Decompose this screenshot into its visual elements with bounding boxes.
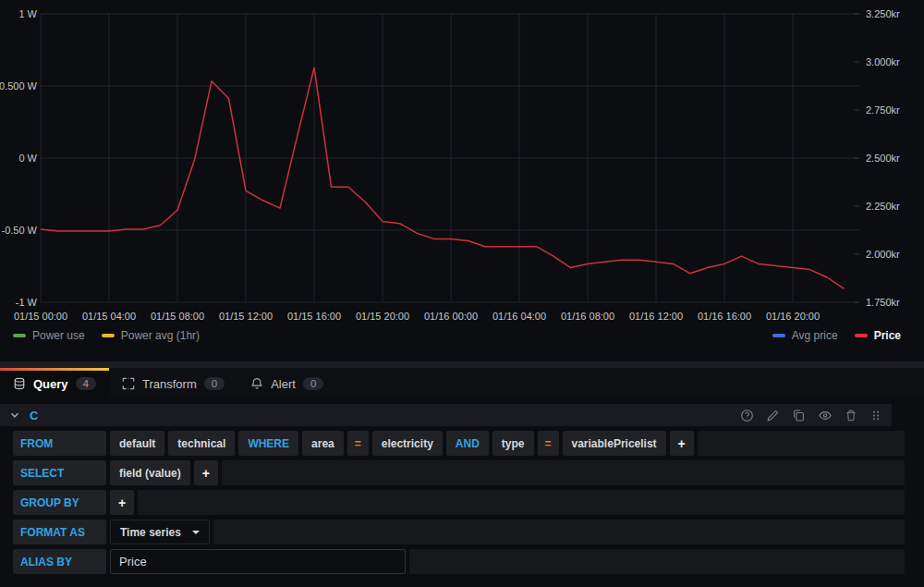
operator-segment[interactable]: =: [538, 431, 559, 456]
legend-item-avg-price[interactable]: Avg price: [772, 329, 838, 342]
x-axis-tick-label: 01/16 12:00: [629, 311, 683, 322]
bell-icon: [250, 377, 263, 390]
chevron-down-icon: [192, 531, 200, 534]
y-axis-right-tick-label: 1.750kr: [866, 297, 900, 308]
operator-segment[interactable]: =: [347, 431, 369, 456]
price-chart[interactable]: [0, 0, 924, 307]
legend-label: Avg price: [792, 329, 838, 342]
row-filler: [213, 520, 905, 544]
x-axis-tick-label: 01/16 00:00: [424, 311, 478, 322]
x-axis-tick-label: 01/15 04:00: [82, 311, 136, 322]
tab-label: Query: [33, 377, 68, 391]
add-part-button[interactable]: +: [194, 460, 218, 485]
query-actions: [740, 409, 882, 422]
add-part-button[interactable]: +: [110, 490, 134, 515]
tab-alert[interactable]: Alert0: [237, 368, 336, 397]
query-keyword[interactable]: WHERE: [238, 431, 298, 456]
format-dropdown-value: Time series: [120, 526, 181, 539]
x-axis-tick-label: 01/16 04:00: [492, 311, 546, 322]
trash-icon[interactable]: [845, 409, 857, 422]
legend-label: Price: [874, 329, 901, 342]
tab-count-badge: 0: [204, 377, 225, 390]
legend-item-power-avg-1hr[interactable]: Power avg (1hr): [102, 329, 200, 342]
legend-swatch: [13, 334, 26, 337]
legend-swatch: [102, 334, 115, 337]
query-row-group-by: GROUP BY+: [13, 490, 905, 515]
row-filler: [222, 460, 905, 485]
query-part[interactable]: electricity: [372, 431, 443, 456]
y-axis-left-tick-label: -0.50 W: [1, 225, 37, 236]
alias-input[interactable]: [110, 549, 406, 574]
y-axis-right-tick-label: 2.500kr: [866, 153, 900, 164]
query-row-label: GROUP BY: [13, 490, 106, 515]
tab-count-badge: 0: [303, 377, 323, 390]
collapse-chevron-down-icon[interactable]: [9, 410, 20, 421]
drag-icon[interactable]: [869, 409, 882, 422]
query-part[interactable]: default: [110, 431, 164, 456]
query-row-label: FROM: [13, 431, 106, 456]
x-axis-tick-label: 01/15 08:00: [151, 311, 204, 322]
edit-icon[interactable]: [766, 409, 780, 422]
query-row-alias-by: ALIAS BY: [13, 549, 905, 574]
x-axis: 01/15 00:0001/15 04:0001/15 08:0001/15 1…: [0, 309, 924, 324]
query-row-label: SELECT: [13, 460, 106, 485]
y-axis-left-tick-label: 0.500 W: [0, 80, 37, 92]
query-part[interactable]: field (value): [110, 460, 190, 485]
series-line-price: [41, 67, 845, 288]
legend-swatch: [855, 334, 868, 337]
tab-transform[interactable]: Transform0: [109, 368, 237, 397]
row-filler: [138, 490, 905, 515]
add-part-button[interactable]: +: [670, 431, 694, 456]
legend-swatch: [772, 334, 785, 337]
x-axis-tick-label: 01/16 16:00: [698, 311, 751, 322]
editor-tab-bar: Query4Transform0Alert0: [0, 368, 924, 397]
query-part[interactable]: variablePricelist: [563, 431, 666, 456]
legend-label: Power avg (1hr): [121, 329, 200, 342]
x-axis-tick-label: 01/15 20:00: [356, 311, 409, 322]
y-axis-right-tick-label: 3.250kr: [866, 8, 900, 19]
query-row-select: SELECTfield (value)+: [13, 460, 905, 485]
database-icon: [13, 377, 26, 390]
legend-left: Power usePower avg (1hr): [13, 329, 200, 342]
eye-icon[interactable]: [818, 409, 833, 422]
y-axis-left: 1 W0.500 W0 W-0.50 W-1 W: [0, 0, 37, 307]
row-filler: [698, 431, 905, 456]
x-axis-tick-label: 01/15 00:00: [14, 311, 67, 322]
y-axis-right-tick-label: 2.250kr: [866, 201, 900, 212]
x-axis-tick-label: 01/15 16:00: [287, 311, 341, 322]
query-header-row: C: [0, 404, 892, 426]
legend-item-price[interactable]: Price: [855, 329, 901, 342]
query-ref-letter[interactable]: C: [30, 409, 38, 422]
copy-icon[interactable]: [792, 409, 806, 422]
y-axis-right-tick-label: 3.000kr: [866, 56, 900, 67]
format-dropdown[interactable]: Time series: [110, 520, 210, 544]
query-rows: FROMdefaulttechnicalWHEREarea=electricit…: [0, 431, 924, 574]
help-icon[interactable]: [740, 409, 754, 422]
query-row-label: ALIAS BY: [13, 549, 106, 574]
query-part[interactable]: type: [492, 431, 534, 456]
graph-panel: 1 W0.500 W0 W-0.50 W-1 W 3.250kr3.000kr2…: [0, 0, 924, 361]
query-editor-panel: C FROMdefaulttechnicalWHEREarea=electric…: [0, 397, 924, 587]
row-filler: [409, 549, 905, 574]
query-part[interactable]: area: [302, 431, 344, 456]
query-row-label: FORMAT AS: [13, 520, 106, 544]
y-axis-right-tick-label: 2.750kr: [866, 104, 900, 116]
tab-count-badge: 4: [76, 377, 96, 390]
y-axis-left-tick-label: 1 W: [18, 8, 37, 19]
query-keyword[interactable]: AND: [446, 431, 489, 456]
tab-label: Transform: [142, 377, 197, 391]
transform-icon: [122, 377, 135, 390]
x-axis-tick-label: 01/16 20:00: [766, 311, 820, 322]
query-row-from: FROMdefaulttechnicalWHEREarea=electricit…: [13, 431, 905, 456]
y-axis-left-tick-label: -1 W: [16, 297, 37, 308]
y-axis-right: 3.250kr3.000kr2.750kr2.500kr2.250kr2.000…: [866, 0, 924, 307]
tab-query[interactable]: Query4: [0, 368, 109, 397]
x-axis-tick-label: 01/15 12:00: [219, 311, 273, 322]
query-row-format-as: FORMAT ASTime series: [13, 520, 905, 544]
y-axis-right-tick-label: 2.000kr: [866, 249, 900, 260]
tab-label: Alert: [271, 377, 296, 391]
legend-item-power-use[interactable]: Power use: [13, 329, 85, 342]
query-part[interactable]: technical: [168, 431, 235, 456]
pane-resize-splitter[interactable]: [0, 361, 924, 368]
x-axis-tick-label: 01/16 08:00: [561, 311, 614, 322]
